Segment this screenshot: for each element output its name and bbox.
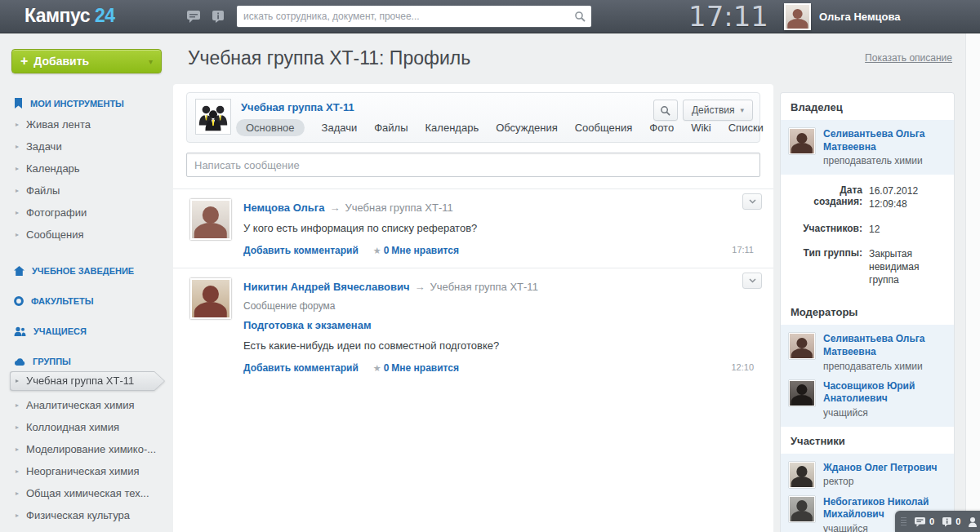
post-topic-link[interactable]: Подготовка к экзаменам xyxy=(243,319,754,331)
star-icon: ★ xyxy=(373,246,381,256)
main-content-panel: Учебная группа ХТ-11 Основное Задачи Фай… xyxy=(173,84,773,532)
sidebar-item-inorganic-chem[interactable]: Неорганическая химия xyxy=(0,460,173,482)
sidebar-section-students[interactable]: УЧАЩИЕСЯ xyxy=(0,326,173,336)
actions-button-label: Действия xyxy=(692,104,735,116)
chat-bubble-icon xyxy=(914,516,926,527)
composer-input[interactable] xyxy=(187,153,760,176)
left-sidebar: + Добавить ▾ МОИ ИНСТРУМЕНТЫ Живая лента… xyxy=(0,33,173,532)
like-button[interactable]: ★ 0 Мне нравится xyxy=(373,362,459,374)
tab-lists[interactable]: Списки xyxy=(728,122,764,134)
person-avatar[interactable] xyxy=(789,380,815,406)
user-avatar[interactable] xyxy=(784,3,811,30)
selected-group-label: Учебная группа ХТ-11 xyxy=(10,371,165,391)
person-name-link[interactable]: Жданов Олег Петрович xyxy=(823,462,937,475)
person-avatar[interactable] xyxy=(789,462,815,488)
tab-tasks[interactable]: Задачи xyxy=(322,122,358,134)
post-actions: Добавить комментарий ★ 0 Мне нравится xyxy=(243,362,754,374)
add-button[interactable]: + Добавить ▾ xyxy=(11,49,162,73)
person-row: Селивантьева Ольга Матвеевна преподавате… xyxy=(789,124,946,171)
person-avatar[interactable] xyxy=(789,333,815,359)
sidebar-item-photos[interactable]: Фотографии xyxy=(0,202,173,224)
person-role: преподаватель химии xyxy=(823,155,946,166)
chat-bubble-icon[interactable] xyxy=(185,9,202,24)
page-scrollbar[interactable] xyxy=(965,33,980,532)
header-clock: 17:11 xyxy=(688,0,768,33)
person-row: Селивантьева Ольга Матвеевна преподавате… xyxy=(789,329,946,375)
sidebar-item-analytical-chem[interactable]: Аналитическая химия xyxy=(0,394,173,416)
tab-wiki[interactable]: Wiki xyxy=(691,122,711,134)
info-value: 16.07.2012 12:09:48 xyxy=(869,184,944,211)
like-count: 0 xyxy=(384,362,390,374)
post-author-link[interactable]: Немцова Ольга xyxy=(243,202,325,214)
dock-chat-button[interactable]: 0 xyxy=(914,516,934,527)
tab-main[interactable]: Основное xyxy=(236,119,305,136)
collapse-post-button[interactable] xyxy=(742,273,762,289)
post-target-link[interactable]: Учебная группа ХТ-11 xyxy=(345,202,453,214)
add-comment-link[interactable]: Добавить комментарий xyxy=(243,362,359,374)
info-icon[interactable] xyxy=(211,9,227,24)
search-input[interactable] xyxy=(237,6,568,27)
actions-button[interactable]: Действия ▾ xyxy=(683,100,753,121)
sidebar-item-calendar[interactable]: Календарь xyxy=(0,157,173,180)
person-row: Часовщиков Юрий Анатолиевич учащийся xyxy=(789,376,946,423)
group-name-link[interactable]: Учебная группа ХТ-11 xyxy=(241,101,354,113)
star-icon: ★ xyxy=(373,363,381,374)
moderators-heading: Модераторы xyxy=(781,298,954,325)
post-target-link[interactable]: Учебная группа ХТ-11 xyxy=(430,281,538,293)
post-author-avatar[interactable] xyxy=(190,278,231,319)
group-tabs: Основное Задачи Файлы Календарь Обсужден… xyxy=(236,119,755,136)
info-row: Участников: 12 xyxy=(791,223,944,236)
sidebar-section-label: МОИ ИНСТРУМЕНТЫ xyxy=(30,99,124,109)
group-card-buttons: Действия ▾ xyxy=(653,100,753,121)
sidebar-item-files[interactable]: Файлы xyxy=(0,180,173,202)
sidebar-item-group-xt11-selected[interactable]: Учебная группа ХТ-11 xyxy=(10,371,165,391)
group-search-button[interactable] xyxy=(653,100,678,121)
show-description-link[interactable]: Показать описание xyxy=(865,52,952,64)
sidebar-item-tasks[interactable]: Задачи xyxy=(0,135,173,157)
sidebar-item-physical-culture[interactable]: Физическая культура xyxy=(0,504,173,526)
tab-files[interactable]: Файлы xyxy=(374,122,408,134)
sidebar-item-colloid-chem[interactable]: Коллоидная химия xyxy=(0,416,173,438)
sidebar-section-groups[interactable]: ГРУППЫ xyxy=(0,357,173,366)
current-user[interactable]: Ольга Немцова xyxy=(784,3,901,30)
like-button[interactable]: ★ 0 Мне нравится xyxy=(373,245,459,256)
tab-messages[interactable]: Сообщения xyxy=(575,122,633,134)
sidebar-section-my-tools[interactable]: МОИ ИНСТРУМЕНТЫ xyxy=(0,98,173,109)
group-avatar[interactable] xyxy=(195,99,231,135)
chevron-down-icon xyxy=(749,199,756,204)
app-logo[interactable]: Кампус 24 xyxy=(24,5,115,27)
info-row: Дата создания: 16.07.2012 12:09:48 xyxy=(791,184,944,211)
sidebar-section-institution[interactable]: УЧЕБНОЕ ЗАВЕДЕНИЕ xyxy=(0,266,173,276)
post-time: 12:10 xyxy=(731,362,754,372)
like-label: Мне нравится xyxy=(391,245,459,256)
person-role: ректор xyxy=(823,476,937,487)
person-avatar[interactable] xyxy=(789,128,815,154)
tab-calendar[interactable]: Календарь xyxy=(425,122,479,134)
sidebar-item-messages[interactable]: Сообщения xyxy=(0,224,173,246)
logo-accent: 24 xyxy=(95,5,115,26)
chevron-down-icon xyxy=(749,278,756,283)
search-icon[interactable] xyxy=(568,6,591,27)
person-avatar[interactable] xyxy=(789,496,815,522)
tab-photo[interactable]: Фото xyxy=(649,122,674,134)
chevron-down-icon[interactable]: ▾ xyxy=(149,57,153,66)
person-name-link[interactable]: Селивантьева Ольга Матвеевна xyxy=(823,128,946,153)
collapse-post-button[interactable] xyxy=(742,193,762,210)
tab-discussions[interactable]: Обсуждения xyxy=(496,122,558,134)
person-role: учащийся xyxy=(823,407,946,419)
sidebar-item-modeling[interactable]: Моделирование химико-... xyxy=(0,438,173,460)
sidebar-section-faculties[interactable]: ФАКУЛЬТЕТЫ xyxy=(0,296,173,306)
person-name-link[interactable]: Часовщиков Юрий Анатолиевич xyxy=(823,380,946,406)
post-author-avatar[interactable] xyxy=(190,199,231,240)
add-comment-link[interactable]: Добавить комментарий xyxy=(243,245,359,256)
person-name-link[interactable]: Селивантьева Ольга Матвеевна xyxy=(823,333,946,358)
dock-people-button[interactable] xyxy=(968,516,979,527)
sidebar-item-general-chem[interactable]: Общая химическая тех... xyxy=(0,482,173,504)
sidebar-item-live-feed[interactable]: Живая лента xyxy=(0,113,173,135)
post-author-link[interactable]: Никитин Андрей Вячеславович xyxy=(243,281,410,293)
dock-drag-handle[interactable] xyxy=(901,517,906,525)
notification-dock: 0 0 xyxy=(895,511,980,532)
owner-heading: Владелец xyxy=(781,93,954,120)
info-label: Дата создания: xyxy=(791,184,862,211)
dock-info-button[interactable]: 0 xyxy=(942,516,960,527)
